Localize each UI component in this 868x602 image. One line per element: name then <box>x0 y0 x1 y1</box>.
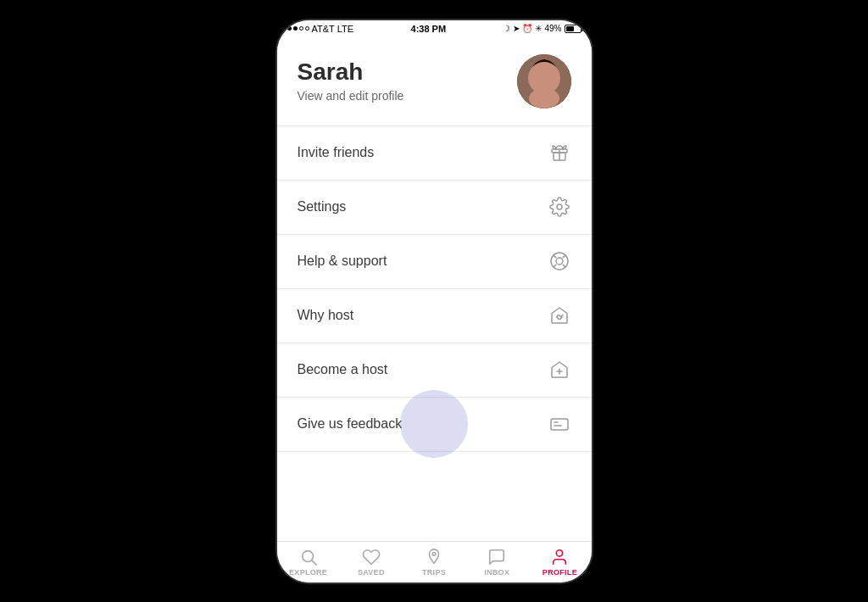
menu-item-settings[interactable]: Settings <box>277 181 592 235</box>
nav-item-profile[interactable]: PROFILE <box>528 542 591 582</box>
feedback-icon <box>548 412 571 436</box>
heart-icon <box>362 548 381 566</box>
settings-label: Settings <box>298 199 347 215</box>
nav-item-inbox[interactable]: INBOX <box>465 542 528 582</box>
become-host-label: Become a host <box>298 362 388 377</box>
network-label: LTE <box>337 24 353 34</box>
trips-icon <box>425 548 443 566</box>
status-right: ☽ ➤ ⏰ ✳ 49% <box>503 24 581 33</box>
settings-icon <box>548 195 571 219</box>
house-heart-icon <box>548 304 571 327</box>
profile-header[interactable]: Sarah View and edit profile <box>277 54 592 125</box>
nav-item-trips[interactable]: TRIPS <box>403 542 465 582</box>
why-host-label: Why host <box>298 308 354 323</box>
svg-point-4 <box>537 72 541 77</box>
signal-dots <box>287 26 309 31</box>
bottom-nav: EXPLORE SAVED TRIPS INBOX <box>277 541 592 582</box>
profile-icon <box>550 548 569 566</box>
alarm-icon: ⏰ <box>522 24 532 33</box>
battery-label: 49% <box>544 24 561 33</box>
house-add-icon <box>548 358 571 382</box>
trips-label: TRIPS <box>422 568 446 577</box>
svg-rect-17 <box>551 419 568 430</box>
inbox-icon <box>487 548 506 566</box>
inbox-label: INBOX <box>484 568 509 577</box>
signal-dot-2 <box>293 26 298 31</box>
svg-point-3 <box>532 64 556 88</box>
avatar[interactable] <box>517 54 571 109</box>
lifering-icon <box>548 249 571 273</box>
menu-item-invite-friends[interactable]: Invite friends <box>277 126 592 181</box>
bluetooth-icon: ✳ <box>535 24 542 33</box>
profile-label: PROFILE <box>542 568 577 577</box>
svg-point-10 <box>556 258 563 265</box>
phone-frame: AT&T LTE 4:38 PM ☽ ➤ ⏰ ✳ 49% Sarah <box>275 19 593 584</box>
status-bar: AT&T LTE 4:38 PM ☽ ➤ ⏰ ✳ 49% <box>277 20 592 37</box>
signal-dot-4 <box>305 26 309 31</box>
signal-dot-1 <box>287 26 292 31</box>
avatar-svg <box>517 54 571 109</box>
menu-item-become-host[interactable]: Become a host <box>277 343 592 398</box>
svg-point-21 <box>557 549 563 555</box>
profile-subtitle: View and edit profile <box>298 89 404 103</box>
battery-icon <box>565 25 581 33</box>
profile-name: Sarah <box>298 59 404 86</box>
moon-icon: ☽ <box>503 24 510 33</box>
menu-item-help-support[interactable]: Help & support <box>277 235 592 289</box>
gift-icon <box>548 141 571 164</box>
svg-point-20 <box>432 552 436 555</box>
nav-item-explore[interactable]: EXPLORE <box>277 542 340 582</box>
menu-item-why-host[interactable]: Why host <box>277 289 592 343</box>
search-icon <box>299 548 318 566</box>
svg-line-14 <box>563 255 565 258</box>
signal-dot-3 <box>299 26 303 31</box>
svg-line-19 <box>312 560 316 565</box>
carrier-label: AT&T <box>312 24 335 34</box>
ripple-effect <box>400 390 468 458</box>
location-icon: ➤ <box>513 24 520 33</box>
nav-item-saved[interactable]: SAVED <box>340 542 403 582</box>
status-left: AT&T LTE <box>287 24 354 34</box>
svg-line-13 <box>553 265 555 267</box>
svg-line-12 <box>563 265 565 267</box>
svg-point-2 <box>529 88 559 109</box>
svg-point-1 <box>531 63 558 90</box>
svg-line-11 <box>553 255 555 258</box>
give-feedback-label: Give us feedback <box>298 416 403 432</box>
explore-label: EXPLORE <box>289 568 327 577</box>
svg-point-8 <box>557 204 562 209</box>
main-content: Sarah View and edit profile <box>277 37 592 541</box>
avatar-image <box>517 54 571 109</box>
help-support-label: Help & support <box>298 254 387 269</box>
invite-friends-label: Invite friends <box>298 145 375 160</box>
svg-point-5 <box>547 72 551 77</box>
menu-item-give-feedback[interactable]: Give us feedback <box>277 398 592 452</box>
profile-info: Sarah View and edit profile <box>298 59 404 103</box>
menu-list: Invite friends Settings <box>277 125 592 452</box>
time-label: 4:38 PM <box>411 24 447 34</box>
saved-label: SAVED <box>358 568 385 577</box>
